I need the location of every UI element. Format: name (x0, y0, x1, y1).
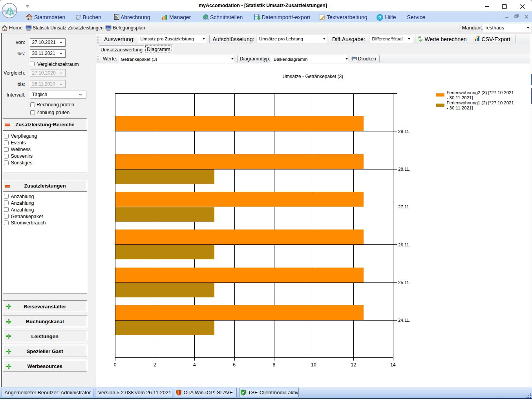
svg-text:!: ! (178, 390, 179, 395)
svg-text:?: ? (378, 15, 381, 20)
